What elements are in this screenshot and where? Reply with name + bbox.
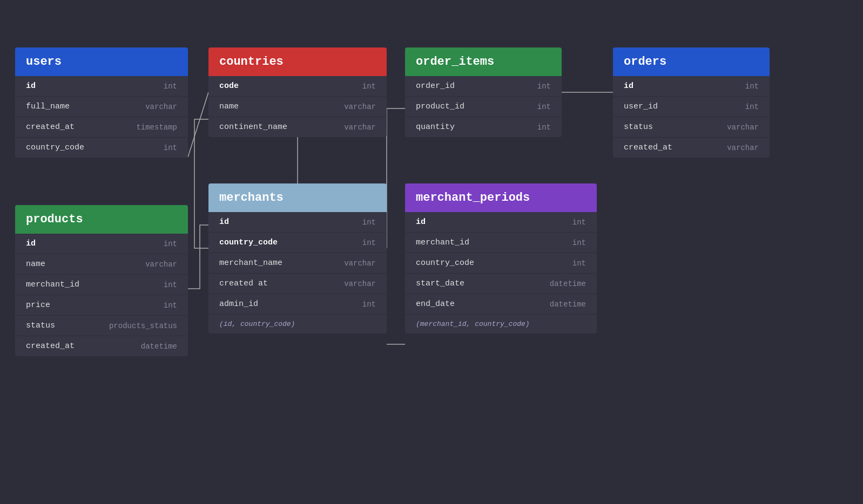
field-type: timestamp	[136, 123, 177, 132]
field-name: status	[624, 122, 653, 132]
table-row: (merchant_id, country_code)	[405, 314, 597, 333]
table-row: status products_status	[15, 315, 188, 336]
field-type: int	[362, 239, 376, 247]
field-type: products_status	[109, 322, 177, 330]
diagram-canvas: users id int full_name varchar created_a…	[0, 0, 863, 504]
field-name: user_id	[624, 102, 658, 111]
table-users-header: users	[15, 47, 188, 76]
table-row: full_name varchar	[15, 96, 188, 117]
table-products: products id int name varchar merchant_id…	[15, 205, 188, 356]
field-name: id	[219, 217, 229, 227]
field-name: id	[624, 81, 633, 91]
table-row: created_at varchar	[613, 137, 770, 158]
table-users-title: users	[26, 55, 62, 69]
field-name: country_code	[219, 238, 278, 247]
field-type: datetime	[550, 300, 586, 309]
field-name: merchant_name	[219, 258, 282, 268]
table-merchant-periods-body: id int merchant_id int country_code int …	[405, 212, 597, 333]
field-name: created_at	[26, 122, 75, 132]
field-type: int	[164, 240, 177, 248]
table-row: id int	[613, 76, 770, 96]
field-name: quantity	[416, 122, 455, 132]
field-name: admin_id	[219, 299, 258, 309]
field-name: continent_name	[219, 122, 287, 132]
field-type: varchar	[344, 123, 376, 132]
field-name: created at	[219, 279, 268, 288]
field-name: merchant_id	[416, 238, 469, 247]
table-row: name varchar	[15, 254, 188, 274]
field-name: created_at	[26, 342, 75, 351]
field-type: int	[164, 281, 177, 289]
table-users-body: id int full_name varchar created_at time…	[15, 76, 188, 158]
field-name: id	[26, 81, 36, 91]
svg-line-0	[188, 92, 208, 157]
table-merchants-header: merchants	[208, 183, 387, 212]
table-row: country_code int	[405, 253, 597, 273]
field-name: order_id	[416, 81, 455, 91]
table-row: (id, country_code)	[208, 314, 387, 333]
field-type: varchar	[727, 123, 759, 132]
table-merchants-title: merchants	[219, 191, 284, 205]
field-type: int	[537, 82, 551, 91]
table-row: name varchar	[208, 96, 387, 117]
field-name: full_name	[26, 102, 70, 111]
field-type: int	[572, 239, 586, 247]
field-type: int	[362, 300, 376, 309]
field-type: int	[164, 82, 177, 91]
field-name: name	[219, 102, 239, 111]
table-row: code int	[208, 76, 387, 96]
field-type: int	[537, 103, 551, 111]
field-name: country_code	[416, 258, 474, 268]
table-row: status varchar	[613, 117, 770, 137]
field-name: product_id	[416, 102, 464, 111]
table-products-body: id int name varchar merchant_id int pric…	[15, 234, 188, 356]
field-name: id	[416, 217, 426, 227]
field-type: int	[362, 218, 376, 227]
table-merchant-periods-title: merchant_periods	[416, 191, 530, 205]
table-row: price int	[15, 295, 188, 315]
table-row: id int	[405, 212, 597, 232]
table-countries-body: code int name varchar continent_name var…	[208, 76, 387, 137]
table-row: order_id int	[405, 76, 562, 96]
table-countries-header: countries	[208, 47, 387, 76]
table-row: start_date datetime	[405, 273, 597, 294]
field-composite-key: (id, country_code)	[219, 320, 295, 328]
table-merchants: merchants id int country_code int mercha…	[208, 183, 387, 333]
table-row: country_code int	[15, 137, 188, 158]
table-merchants-body: id int country_code int merchant_name va…	[208, 212, 387, 333]
table-countries: countries code int name varchar continen…	[208, 47, 387, 137]
field-name: country_code	[26, 143, 84, 152]
table-row: created at varchar	[208, 273, 387, 294]
table-order-items-body: order_id int product_id int quantity int	[405, 76, 562, 137]
field-name: start_date	[416, 279, 464, 288]
table-row: admin_id int	[208, 294, 387, 314]
table-row: country_code int	[208, 232, 387, 253]
table-row: quantity int	[405, 117, 562, 137]
table-row: id int	[15, 76, 188, 96]
table-countries-title: countries	[219, 55, 284, 69]
field-type: int	[362, 82, 376, 91]
field-type: int	[164, 144, 177, 152]
field-name: created_at	[624, 143, 672, 152]
field-type: int	[164, 301, 177, 310]
table-row: merchant_id int	[405, 232, 597, 253]
table-row: merchant_name varchar	[208, 253, 387, 273]
table-row: product_id int	[405, 96, 562, 117]
field-name: name	[26, 260, 45, 269]
field-type: int	[745, 82, 759, 91]
table-orders: orders id int user_id int status varchar…	[613, 47, 770, 158]
table-order-items-header: order_items	[405, 47, 562, 76]
table-row: end_date datetime	[405, 294, 597, 314]
field-type: varchar	[145, 103, 177, 111]
field-type: int	[572, 259, 586, 268]
table-merchant-periods: merchant_periods id int merchant_id int …	[405, 183, 597, 333]
field-type: varchar	[727, 144, 759, 152]
table-orders-title: orders	[624, 55, 666, 69]
field-type: int	[745, 103, 759, 111]
table-row: created_at datetime	[15, 336, 188, 356]
table-order-items-title: order_items	[416, 55, 494, 69]
table-users: users id int full_name varchar created_a…	[15, 47, 188, 158]
table-order-items: order_items order_id int product_id int …	[405, 47, 562, 137]
field-type: int	[537, 123, 551, 132]
table-products-title: products	[26, 213, 83, 226]
